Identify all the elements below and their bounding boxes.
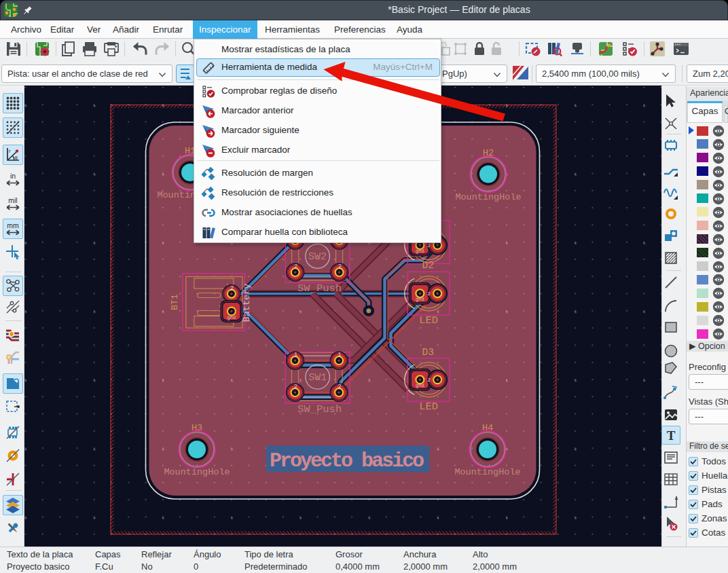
svg-text:SW1: SW1 (308, 372, 327, 384)
svg-text:LED: LED (419, 401, 438, 413)
svg-text:2: 2 (427, 242, 431, 248)
svg-text:MountingHole: MountingHole (164, 467, 230, 477)
svg-text:D3: D3 (422, 347, 433, 358)
svg-text:Proyecto basico: Proyecto basico (270, 449, 424, 473)
svg-text:1: 1 (338, 352, 342, 358)
svg-text:2: 2 (230, 285, 234, 292)
svg-text:H2: H2 (483, 148, 494, 158)
svg-text:θ: θ (15, 155, 18, 161)
svg-text:in: in (10, 172, 16, 180)
svg-text:H4: H4 (482, 423, 493, 433)
svg-text:2: 2 (294, 263, 297, 270)
svg-text:SW_Push: SW_Push (297, 403, 342, 415)
svg-text:Battery: Battery (242, 284, 252, 322)
svg-text:1: 1 (294, 352, 297, 358)
svg-text:SW_Push: SW_Push (297, 282, 342, 295)
svg-text:r: r (9, 148, 11, 154)
svg-text:gnd: gnd (416, 297, 424, 302)
svg-text:T: T (667, 428, 676, 443)
svg-text:2: 2 (427, 291, 431, 297)
svg-text:D2: D2 (422, 260, 433, 271)
svg-text:BT1: BT1 (170, 294, 180, 310)
svg-text:SW2: SW2 (308, 251, 327, 263)
svg-text:MountingHole: MountingHole (455, 192, 521, 202)
svg-text:LED: LED (419, 314, 438, 327)
svg-text:2: 2 (338, 384, 342, 390)
svg-text:gnd: gnd (416, 383, 424, 388)
svg-text:mm: mm (7, 221, 19, 229)
svg-text:MountingHole: MountingHole (454, 467, 520, 477)
svg-text:H3: H3 (192, 423, 202, 433)
svg-text:2: 2 (338, 263, 342, 270)
svg-text:mil: mil (8, 196, 17, 204)
svg-text:2: 2 (294, 384, 297, 390)
svg-text:gnd: gnd (416, 248, 424, 254)
svg-text:2: 2 (427, 377, 431, 383)
svg-text:gnd: gnd (228, 315, 236, 320)
